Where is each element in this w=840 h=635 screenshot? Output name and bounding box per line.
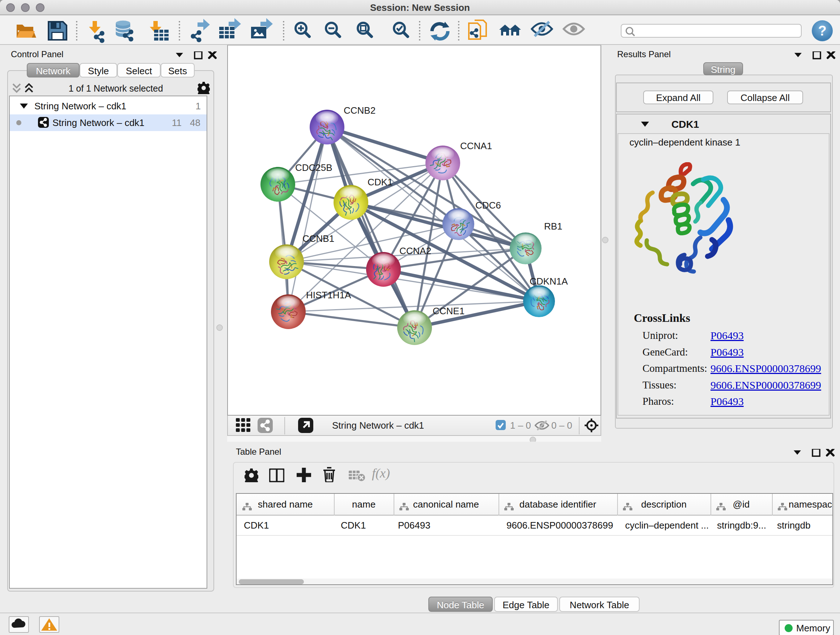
svg-text:CDC25B: CDC25B	[295, 162, 332, 173]
svg-text:CCNB2: CCNB2	[344, 105, 376, 116]
svg-text:CCNE1: CCNE1	[433, 306, 464, 317]
svg-text:CCNA1: CCNA1	[460, 141, 492, 151]
svg-text:CDC6: CDC6	[475, 200, 501, 211]
svg-text:CDKN1A: CDKN1A	[530, 276, 568, 287]
svg-text:CCNA2: CCNA2	[399, 245, 431, 256]
svg-text:CCNB1: CCNB1	[302, 233, 334, 244]
svg-text:RB1: RB1	[544, 221, 562, 232]
svg-text:CDK1: CDK1	[368, 177, 393, 187]
svg-text:HIST1H1A: HIST1H1A	[306, 290, 351, 301]
